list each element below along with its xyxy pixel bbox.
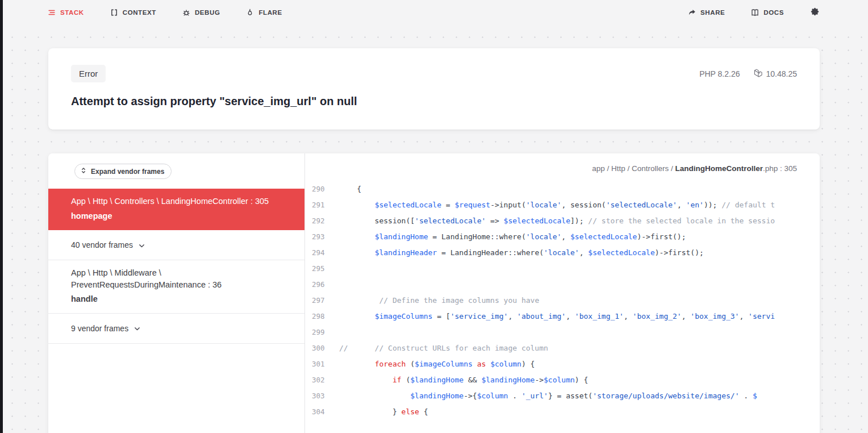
chevron-down-icon: [138, 242, 145, 249]
chevron-down-icon: [133, 325, 141, 332]
code-line: 291 $selectedLocale = $request->input('l…: [305, 197, 820, 213]
expand-vendor-frames-button[interactable]: Expand vendor frames: [74, 164, 172, 179]
frame-method: handle: [71, 293, 284, 305]
tab-stack-label: STACK: [60, 9, 84, 16]
vendor-frames-count: 9 vendor frames: [71, 324, 128, 333]
code-line: 292 session(['selectedLocale' => $select…: [305, 213, 820, 229]
code-text: session(['selectedLocale' => $selectedLo…: [339, 213, 775, 229]
tab-flare-label: FLARE: [258, 9, 282, 16]
expand-vendor-frames-label: Expand vendor frames: [91, 168, 164, 176]
debug-icon: [182, 9, 190, 16]
code-text: {: [339, 181, 361, 197]
tab-stack[interactable]: STACK: [48, 9, 84, 16]
stack-frame-active[interactable]: App \ Http \ Controllers \ LandingHomeCo…: [48, 189, 304, 230]
code-line: 297 // Define the image columns you have: [305, 293, 820, 309]
nav-tabs: STACK CONTEXT DEBUG FLARE: [48, 9, 282, 16]
code-viewer: 290 {291 $selectedLocale = $request->inp…: [305, 181, 820, 420]
code-text: } else {: [339, 404, 428, 420]
laravel-icon: [754, 69, 762, 79]
line-number: 298: [305, 309, 327, 324]
line-number: 295: [305, 261, 327, 277]
line-number: 296: [305, 277, 327, 293]
vendor-frames-toggle[interactable]: 40 vendor frames: [48, 230, 304, 260]
error-type-badge: Error: [71, 65, 106, 82]
vendor-frames-count: 40 vendor frames: [71, 240, 133, 249]
code-line: 295: [305, 261, 820, 277]
tab-debug-label: DEBUG: [195, 9, 220, 16]
stack-frame[interactable]: App \ Http \ Middleware \PreventRequests…: [48, 260, 304, 314]
code-panel: app / Http / Controllers / LandingHomeCo…: [305, 153, 820, 433]
breadcrumb-ext: .php: [763, 164, 778, 173]
code-text: $imageColumns = ['service_img', 'about_i…: [339, 309, 775, 324]
error-card: Error PHP 8.2.26 10.48.25 Attempt to ass…: [48, 48, 820, 130]
code-line: 304 } else {: [305, 404, 820, 420]
top-navigation: STACK CONTEXT DEBUG FLARE SHARE: [0, 0, 868, 25]
code-line: 301 foreach ($imageColumns as $column) {: [305, 356, 820, 372]
code-line: 303 $landingHome->{$column . '_url'} = a…: [305, 388, 820, 404]
code-text: if ($landingHome && $landingHome->$colum…: [339, 372, 588, 388]
breadcrumb-file: LandingHomeController: [675, 164, 763, 173]
code-text: $selectedLocale = $request->input('local…: [339, 197, 775, 213]
code-text: foreach ($imageColumns as $column) {: [339, 356, 535, 372]
nav-actions: SHARE DOCS: [688, 7, 820, 18]
error-message: Attempt to assign property "service_img_…: [71, 95, 797, 108]
tab-context[interactable]: CONTEXT: [110, 9, 156, 16]
context-icon: [110, 9, 118, 16]
code-text: // // Construct URLs for each image colu…: [339, 340, 548, 356]
settings-button[interactable]: [810, 7, 820, 18]
file-breadcrumb: app / Http / Controllers / LandingHomeCo…: [305, 164, 820, 173]
code-text: $landingHeader = LandingHeader::where('l…: [339, 245, 704, 261]
line-number: 297: [305, 293, 327, 309]
tab-debug[interactable]: DEBUG: [182, 9, 220, 16]
chevrons-up-down-icon: [80, 167, 87, 176]
frame-path: App \ Http \ Middleware \: [71, 267, 284, 279]
line-number: 301: [305, 356, 327, 372]
code-line: 296: [305, 277, 820, 293]
line-number: 303: [305, 388, 327, 404]
stack-trace-card: Expand vendor frames App \ Http \ Contro…: [48, 153, 820, 433]
environment-info: PHP 8.2.26 10.48.25: [699, 69, 797, 79]
tab-context-label: CONTEXT: [123, 9, 156, 16]
share-button-label: SHARE: [700, 9, 725, 16]
line-number: 300: [305, 340, 327, 356]
main-content: Error PHP 8.2.26 10.48.25 Attempt to ass…: [0, 25, 868, 433]
code-line: 300// // Construct URLs for each image c…: [305, 340, 820, 356]
breadcrumb-path: app / Http / Controllers /: [592, 164, 675, 173]
stack-frames-panel: Expand vendor frames App \ Http \ Contro…: [48, 153, 305, 433]
code-text: $landingHome->{$column . '_url'} = asset…: [339, 388, 757, 404]
line-number: 293: [305, 229, 327, 245]
code-line: 294 $landingHeader = LandingHeader::wher…: [305, 245, 820, 261]
framework-version-chip: 10.48.25: [754, 69, 798, 79]
code-text: $landingHome = LandingHome::where('local…: [339, 229, 686, 245]
share-button[interactable]: SHARE: [688, 9, 725, 16]
line-number: 302: [305, 372, 327, 388]
line-number: 304: [305, 404, 327, 420]
frame-method: homepage: [71, 210, 284, 222]
code-line: 298 $imageColumns = ['service_img', 'abo…: [305, 309, 820, 324]
vendor-frames-toggle[interactable]: 9 vendor frames: [48, 314, 304, 344]
tab-flare[interactable]: FLARE: [246, 9, 282, 16]
code-line: 290 {: [305, 181, 820, 197]
code-line: 299: [305, 324, 820, 340]
line-number: 290: [305, 181, 327, 197]
frame-path: App \ Http \ Controllers \ LandingHomeCo…: [71, 195, 284, 207]
gear-icon: [810, 7, 820, 18]
frame-path: PreventRequestsDuringMaintenance : 36: [71, 279, 284, 291]
docs-button-label: DOCS: [763, 9, 784, 16]
line-number: 292: [305, 213, 327, 229]
docs-icon: [751, 9, 759, 16]
share-icon: [688, 9, 696, 16]
breadcrumb-line: : 305: [778, 164, 797, 173]
docs-button[interactable]: DOCS: [751, 9, 784, 16]
code-line: 302 if ($landingHome && $landingHome->$c…: [305, 372, 820, 388]
left-edge-bar: [0, 0, 3, 433]
line-number: 299: [305, 324, 327, 340]
line-number: 294: [305, 245, 327, 261]
line-number: 291: [305, 197, 327, 213]
flare-icon: [246, 9, 254, 16]
laravel-version: 10.48.25: [766, 69, 798, 78]
code-text: // Define the image columns you have: [339, 293, 539, 309]
stack-frames-list: App \ Http \ Controllers \ LandingHomeCo…: [48, 189, 304, 344]
php-version: PHP 8.2.26: [699, 69, 740, 78]
stack-icon: [48, 9, 56, 16]
